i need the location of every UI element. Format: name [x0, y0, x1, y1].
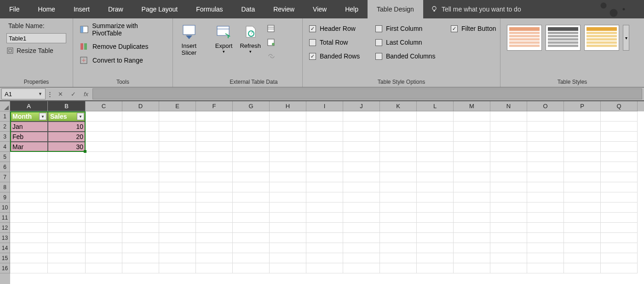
cell-J1[interactable] [343, 111, 380, 122]
column-header-Q[interactable]: Q [601, 101, 638, 111]
cell-P10[interactable] [564, 203, 601, 213]
resize-table-button[interactable]: Resize Table [6, 47, 66, 54]
cell-K7[interactable] [380, 172, 417, 182]
cell-G10[interactable] [233, 203, 270, 213]
cell-F10[interactable] [196, 203, 233, 213]
cell-I15[interactable] [306, 253, 343, 263]
cell-A4[interactable]: Mar [10, 142, 48, 152]
cell-O9[interactable] [527, 192, 564, 203]
cell-K13[interactable] [380, 233, 417, 243]
enter-icon[interactable]: ✓ [67, 91, 80, 98]
cell-F16[interactable] [196, 263, 233, 273]
cell-N2[interactable] [490, 122, 527, 132]
column-header-E[interactable]: E [159, 101, 196, 111]
cell-C3[interactable] [86, 132, 122, 142]
row-header-4[interactable]: 4 [0, 142, 10, 152]
cell-Q9[interactable] [601, 192, 638, 203]
cell-C15[interactable] [86, 253, 122, 263]
cell-E13[interactable] [159, 233, 196, 243]
cell-M1[interactable] [454, 111, 490, 122]
column-header-I[interactable]: I [306, 101, 343, 111]
tab-draw[interactable]: Draw [99, 0, 132, 18]
cell-A2[interactable]: Jan [10, 122, 48, 132]
cell-C11[interactable] [86, 213, 122, 223]
cell-Q5[interactable] [601, 152, 638, 162]
column-header-P[interactable]: P [564, 101, 601, 111]
cell-L12[interactable] [417, 223, 454, 233]
cell-Q13[interactable] [601, 233, 638, 243]
column-header-O[interactable]: O [527, 101, 564, 111]
cell-O13[interactable] [527, 233, 564, 243]
cell-G8[interactable] [233, 182, 270, 192]
cell-C6[interactable] [86, 162, 122, 172]
cell-K9[interactable] [380, 192, 417, 203]
cell-P2[interactable] [564, 122, 601, 132]
cell-M16[interactable] [454, 263, 490, 273]
cell-M14[interactable] [454, 243, 490, 253]
cell-Q1[interactable] [601, 111, 638, 122]
cell-J6[interactable] [343, 162, 380, 172]
cell-D2[interactable] [122, 122, 159, 132]
cell-H3[interactable] [270, 132, 306, 142]
cell-L15[interactable] [417, 253, 454, 263]
column-header-A[interactable]: A [10, 101, 48, 111]
cell-J15[interactable] [343, 253, 380, 263]
column-header-N[interactable]: N [490, 101, 527, 111]
cell-B5[interactable] [48, 152, 86, 162]
cell-H6[interactable] [270, 162, 306, 172]
tab-home[interactable]: Home [29, 0, 64, 18]
total-row-checkbox[interactable]: Total Row [309, 39, 374, 46]
cell-O11[interactable] [527, 213, 564, 223]
cell-N14[interactable] [490, 243, 527, 253]
header-row-checkbox[interactable]: Header Row [309, 25, 374, 32]
cell-J16[interactable] [343, 263, 380, 273]
cell-Q4[interactable] [601, 142, 638, 152]
cell-G13[interactable] [233, 233, 270, 243]
select-all-corner[interactable] [0, 101, 10, 111]
cell-N11[interactable] [490, 213, 527, 223]
cell-P14[interactable] [564, 243, 601, 253]
cell-F7[interactable] [196, 172, 233, 182]
cell-O14[interactable] [527, 243, 564, 253]
column-header-H[interactable]: H [270, 101, 306, 111]
cell-P5[interactable] [564, 152, 601, 162]
fx-icon[interactable]: fx [80, 91, 92, 98]
cell-E11[interactable] [159, 213, 196, 223]
cell-J14[interactable] [343, 243, 380, 253]
cell-K2[interactable] [380, 122, 417, 132]
tab-formulas[interactable]: Formulas [187, 0, 232, 18]
cell-Q2[interactable] [601, 122, 638, 132]
table-name-input[interactable] [6, 33, 66, 43]
cell-K12[interactable] [380, 223, 417, 233]
cell-A16[interactable] [10, 263, 48, 273]
cell-E9[interactable] [159, 192, 196, 203]
cell-F6[interactable] [196, 162, 233, 172]
cell-P11[interactable] [564, 213, 601, 223]
cell-C14[interactable] [86, 243, 122, 253]
cell-Q11[interactable] [601, 213, 638, 223]
cell-A11[interactable] [10, 213, 48, 223]
cell-O5[interactable] [527, 152, 564, 162]
cancel-icon[interactable]: ✕ [54, 91, 67, 98]
cell-K10[interactable] [380, 203, 417, 213]
cell-I8[interactable] [306, 182, 343, 192]
cell-N5[interactable] [490, 152, 527, 162]
cell-Q12[interactable] [601, 223, 638, 233]
cell-N8[interactable] [490, 182, 527, 192]
cell-F3[interactable] [196, 132, 233, 142]
filter-button-month[interactable]: ▼ [39, 113, 46, 120]
tab-view[interactable]: View [304, 0, 336, 18]
cell-G11[interactable] [233, 213, 270, 223]
refresh-button[interactable]: Refresh ▾ [236, 22, 264, 54]
cell-Q15[interactable] [601, 253, 638, 263]
cell-F13[interactable] [196, 233, 233, 243]
cell-C9[interactable] [86, 192, 122, 203]
column-header-D[interactable]: D [122, 101, 159, 111]
name-box[interactable]: A1 ▼ [1, 88, 46, 99]
cell-Q10[interactable] [601, 203, 638, 213]
cell-M13[interactable] [454, 233, 490, 243]
cell-L1[interactable] [417, 111, 454, 122]
cell-Q14[interactable] [601, 243, 638, 253]
row-header-14[interactable]: 14 [0, 243, 10, 253]
row-header-1[interactable]: 1 [0, 111, 10, 122]
